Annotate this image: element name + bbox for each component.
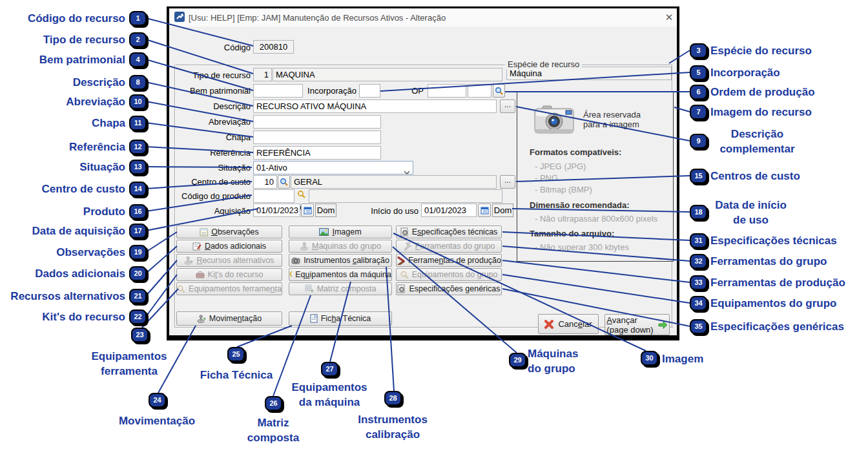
callout-badge: 5 — [690, 65, 707, 80]
dados-adicionais-button[interactable]: Dados adicionais — [176, 240, 282, 253]
button-label: Kit's do recurso — [208, 270, 264, 279]
tipo-num-field[interactable]: 1 — [253, 68, 272, 81]
button-label: Ficha Técnica — [321, 314, 371, 323]
callout-badge: 32 — [690, 254, 707, 269]
instrument-icon — [291, 256, 300, 264]
callout-badge: 7 — [690, 105, 707, 120]
aquisicao-field[interactable]: 01/01/2023 — [253, 204, 300, 217]
instrumentos-calibracao-button[interactable]: Instrumentos calibração — [289, 254, 392, 267]
callout-label: Centros de custo — [710, 169, 800, 183]
movimentacao-button[interactable]: Movimentação — [176, 311, 282, 326]
centro-label: Centro de custo — [173, 177, 251, 187]
codigo-field[interactable]: 200810 — [253, 40, 294, 54]
abreviacao-field[interactable] — [253, 115, 381, 129]
callout-label: Chapa — [0, 116, 125, 131]
button-label: Máquinas do grupo — [312, 242, 381, 251]
callout-badge: 21 — [129, 289, 147, 304]
equipamentos-ferramenta-button[interactable]: Equipamentos ferramenta — [176, 282, 282, 295]
green-arrow-icon — [657, 320, 668, 329]
callout-badge: 13 — [129, 160, 147, 174]
ficha-tecnica-button[interactable]: Ficha Técnica — [289, 311, 392, 326]
inicio-label: Início do uso — [354, 206, 418, 216]
callout-label: Equipamentos ferramenta — [84, 349, 174, 379]
kits-recurso-button[interactable]: Kit's do recurso — [176, 268, 282, 281]
gear-doc-icon — [400, 227, 409, 236]
centro-more-button[interactable]: ... — [500, 175, 515, 189]
machine-arrow-icon — [197, 314, 206, 324]
inicio-calendar-button[interactable] — [478, 204, 491, 217]
callout-label: Equipamentos da máquina — [291, 380, 368, 410]
callout-badge: 3 — [690, 43, 707, 58]
descricao-more-button[interactable]: ... — [500, 99, 515, 113]
op-label: OP — [398, 86, 424, 96]
especie-legend: Espécie de recurso — [505, 59, 582, 69]
callout-badge: 23 — [131, 328, 149, 342]
incorporacao-field[interactable] — [359, 84, 380, 98]
callout-label: Imagem do recurso — [710, 105, 812, 120]
produto-desc-field[interactable] — [309, 189, 502, 203]
recursos-alternativos-button[interactable]: Recursos alternativos — [176, 254, 282, 267]
callout-badge: 18 — [690, 205, 707, 220]
avancar-button[interactable]: Avançar (page down) — [604, 314, 670, 335]
maquinas-grupo-button[interactable]: Máquinas do grupo — [289, 240, 392, 253]
ferramentas-producao-button[interactable]: Ferramentas de produção — [396, 254, 502, 267]
callout-label: Data de início de uso — [710, 198, 791, 227]
situacao-select[interactable]: 01-Ativo — [253, 161, 413, 174]
callout-badge: 35 — [690, 319, 707, 334]
search-icon — [177, 285, 185, 293]
matriz-composta-button[interactable]: Matriz composta — [289, 282, 392, 295]
observacoes-button[interactable]: Observações — [176, 225, 282, 238]
callout-badge: 22 — [129, 309, 147, 324]
centro-search-button[interactable] — [278, 175, 290, 189]
button-label: Recursos alternativos — [196, 256, 274, 265]
search-icon — [289, 271, 292, 279]
callout-badge: 25 — [227, 347, 245, 362]
callout-label: Produto — [0, 204, 125, 219]
abreviacao-label: Abreviação — [173, 117, 251, 127]
callout-label: Movimentação — [111, 413, 203, 428]
tools-icon — [397, 256, 405, 265]
centro-desc-field[interactable]: GERAL — [291, 175, 497, 189]
search-icon[interactable] — [297, 190, 306, 202]
codigo-label: Código — [173, 43, 251, 52]
op-search-button[interactable] — [493, 84, 505, 98]
bem-label: Bem patrimonial — [173, 86, 251, 96]
produto-field[interactable] — [253, 189, 294, 203]
op-field-2[interactable] — [468, 84, 491, 98]
picture-icon — [319, 228, 329, 236]
callout-badge: 30 — [641, 351, 658, 366]
imagem-button[interactable]: Imagem — [289, 225, 392, 238]
callout-label: Matriz composta — [240, 415, 306, 445]
aquisicao-dow-box: Dom — [315, 204, 336, 217]
especificacoes-genericas-button[interactable]: Especificações genéricas — [396, 282, 502, 295]
callout-badge: 19 — [129, 245, 147, 260]
callout-label: Situação — [0, 160, 125, 174]
cancelar-button[interactable]: Cancelar — [538, 314, 599, 334]
button-label: Cancelar — [558, 319, 592, 329]
equipamentos-grupo-button[interactable]: Equipamentos do grupo — [396, 268, 502, 281]
referencia-field[interactable]: REFERÊNCIA — [253, 146, 381, 160]
chapa-field[interactable] — [253, 131, 381, 144]
callout-badge: 2 — [129, 32, 147, 47]
button-label: Especificações técnicas — [412, 227, 498, 236]
descricao-field[interactable]: RECURSO ATIVO MÁQUINA — [253, 99, 497, 113]
button-label: Instrumentos calibração — [304, 256, 389, 265]
especificacoes-tecnicas-button[interactable]: Especificações técnicas — [396, 225, 502, 238]
search-icon — [495, 87, 503, 95]
callout-label: Bem patrimonial — [0, 52, 125, 67]
callout-label: Descrição complementar — [710, 127, 804, 156]
tipo-name-field[interactable]: MAQUINA — [273, 68, 502, 81]
close-icon[interactable]: ✕ — [663, 11, 676, 24]
calendar-icon — [304, 206, 312, 214]
dimension-title: Dimensão recomendada: — [530, 200, 630, 210]
centro-num-field[interactable]: 10 — [253, 175, 277, 189]
callout-label: Ficha Técnica — [196, 368, 277, 382]
image-area-text: Área reservada para a imagem — [583, 110, 641, 129]
grid-plus-icon — [305, 284, 314, 293]
inicio-field[interactable]: 01/01/2023 — [421, 204, 477, 217]
aquisicao-calendar-button[interactable] — [301, 204, 314, 217]
ferramentas-grupo-button[interactable]: Ferramentas do grupo — [396, 240, 502, 253]
op-field-1[interactable] — [428, 84, 466, 98]
format-item: - PNG — [535, 173, 558, 183]
equipamentos-maquina-button[interactable]: Equipamentos da máquina — [289, 268, 392, 281]
